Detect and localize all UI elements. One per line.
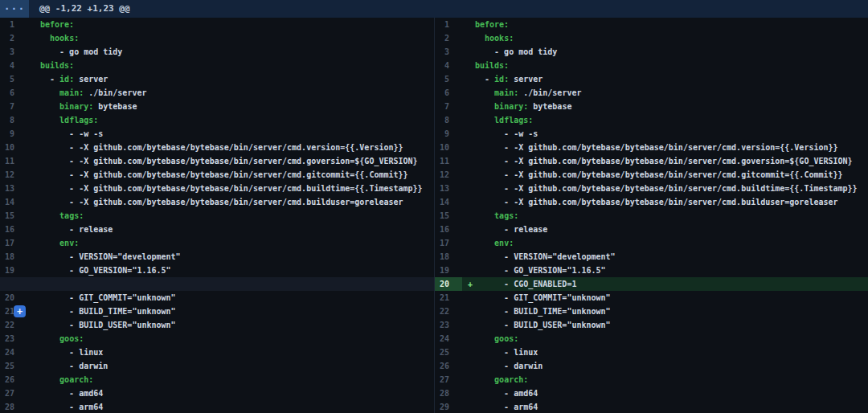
line-number[interactable]: 18 xyxy=(0,250,27,264)
line-number[interactable]: 7 xyxy=(0,100,27,113)
code-line: - -w -s xyxy=(475,127,538,141)
line-number[interactable]: 24 xyxy=(435,332,462,346)
line-number[interactable]: 25 xyxy=(435,346,462,359)
gutter-gap xyxy=(27,113,40,127)
line-number[interactable]: 10 xyxy=(435,141,462,154)
code-line: - VERSION="development" xyxy=(40,250,181,264)
line-number[interactable]: 14 xyxy=(0,195,27,209)
code-line: goos: xyxy=(40,332,84,346)
diff-line-left-1: 1before: xyxy=(0,18,434,31)
gutter-gap xyxy=(462,154,475,168)
line-number[interactable]: 12 xyxy=(0,168,27,182)
line-number[interactable]: 28 xyxy=(435,386,462,400)
line-number[interactable]: 25 xyxy=(0,359,27,373)
code-line: builds: xyxy=(40,59,74,72)
code-line: - BUILD_TIME="unknown" xyxy=(40,305,176,318)
code-line: - GO_VERSION="1.16.5" xyxy=(40,264,171,277)
code-line: ldflags: xyxy=(40,113,98,127)
line-number[interactable]: 28 xyxy=(0,400,27,413)
line-number[interactable]: 24 xyxy=(0,346,27,359)
diff-line-right-12: 12 - -X github.com/bytebase/bytebase/bin… xyxy=(435,168,868,182)
line-number[interactable]: 11 xyxy=(0,154,27,168)
diff-line-left-17: 17 env: xyxy=(0,236,434,250)
diff-line-right-21: 21 - GIT_COMMIT="unknown" xyxy=(435,291,868,305)
code-line: hooks: xyxy=(475,31,514,45)
line-number[interactable]: 7 xyxy=(435,100,462,113)
line-number[interactable]: 13 xyxy=(435,182,462,195)
code-line: - arm64 xyxy=(475,400,538,413)
line-number[interactable]: 20 xyxy=(435,277,462,291)
line-number[interactable]: 6 xyxy=(435,86,462,100)
gutter-gap xyxy=(27,168,40,182)
diff-line-right-18: 18 - VERSION="development" xyxy=(435,250,868,264)
gutter-gap xyxy=(27,59,40,72)
code-line: - linux xyxy=(40,346,103,359)
line-number[interactable]: 23 xyxy=(0,332,27,346)
line-number[interactable]: 15 xyxy=(435,209,462,223)
gutter-gap xyxy=(27,373,40,386)
line-number[interactable]: 9 xyxy=(0,127,27,141)
diff-line-left-19: 19 - GO_VERSION="1.16.5" xyxy=(0,264,434,277)
line-number[interactable]: 2 xyxy=(0,31,27,45)
diff-line-left-27: 27 - amd64 xyxy=(0,386,434,400)
line-number[interactable]: 29 xyxy=(435,400,462,413)
line-number[interactable]: 14 xyxy=(435,195,462,209)
line-number[interactable]: 3 xyxy=(435,45,462,59)
code-line: - release xyxy=(475,223,547,236)
line-number[interactable]: 4 xyxy=(0,59,27,72)
gutter-gap xyxy=(27,386,40,400)
line-number[interactable]: 22 xyxy=(435,305,462,318)
code-line: - -X github.com/bytebase/bytebase/bin/se… xyxy=(40,195,403,209)
line-number[interactable]: 1 xyxy=(0,18,27,31)
line-number[interactable]: 19 xyxy=(0,264,27,277)
line-number[interactable]: 8 xyxy=(435,113,462,127)
line-number[interactable]: 26 xyxy=(435,359,462,373)
line-number[interactable]: 5 xyxy=(0,72,27,86)
gutter-gap xyxy=(27,209,40,223)
gutter-gap xyxy=(27,250,40,264)
diff-line-left-23: 23 goos: xyxy=(0,332,434,346)
line-number[interactable]: 22 xyxy=(0,318,27,332)
line-number[interactable]: 16 xyxy=(435,223,462,236)
line-number[interactable]: 26 xyxy=(0,373,27,386)
line-number[interactable]: 17 xyxy=(435,236,462,250)
line-number[interactable]: 18 xyxy=(435,250,462,264)
line-number[interactable]: 11 xyxy=(435,154,462,168)
add-comment-button[interactable]: + xyxy=(14,305,26,317)
line-number[interactable]: 6 xyxy=(0,86,27,100)
line-number[interactable]: 23 xyxy=(435,318,462,332)
line-number[interactable]: 19 xyxy=(435,264,462,277)
gutter-gap xyxy=(27,86,40,100)
diff-line-right-15: 15 tags: xyxy=(435,209,868,223)
line-number[interactable]: 8 xyxy=(0,113,27,127)
gutter-gap xyxy=(462,195,475,209)
line-number[interactable]: 9 xyxy=(435,127,462,141)
line-number[interactable]: 10 xyxy=(0,141,27,154)
gutter-gap xyxy=(462,400,475,413)
expand-hunk-button[interactable]: ··· xyxy=(0,0,29,18)
gutter-gap xyxy=(462,168,475,182)
line-number[interactable]: 12 xyxy=(435,168,462,182)
line-number[interactable]: 27 xyxy=(0,386,27,400)
line-number[interactable]: 15 xyxy=(0,209,27,223)
diff-line-right-25: 25 - linux xyxy=(435,346,868,359)
code-line: - id: server xyxy=(40,72,108,86)
line-number[interactable]: 21 xyxy=(435,291,462,305)
line-number[interactable]: 2 xyxy=(435,31,462,45)
diff-line-left-8: 8 ldflags: xyxy=(0,113,434,127)
gutter-gap xyxy=(27,100,40,113)
line-number[interactable]: 17 xyxy=(0,236,27,250)
line-number[interactable]: 16 xyxy=(0,223,27,236)
line-number[interactable]: 3 xyxy=(0,45,27,59)
line-number[interactable]: 27 xyxy=(435,373,462,386)
line-number[interactable]: 5 xyxy=(435,72,462,86)
code-line: tags: xyxy=(40,209,84,223)
gutter-gap xyxy=(27,400,40,413)
diff-line-left-20: 20 - GIT_COMMIT="unknown" xyxy=(0,291,434,305)
line-number[interactable]: 20 xyxy=(0,291,27,305)
line-number[interactable]: 1 xyxy=(435,18,462,31)
code-line: - BUILD_USER="unknown" xyxy=(475,318,611,332)
line-number[interactable]: 13 xyxy=(0,182,27,195)
diff-line-right-5: 5 - id: server xyxy=(435,72,868,86)
line-number[interactable]: 4 xyxy=(435,59,462,72)
